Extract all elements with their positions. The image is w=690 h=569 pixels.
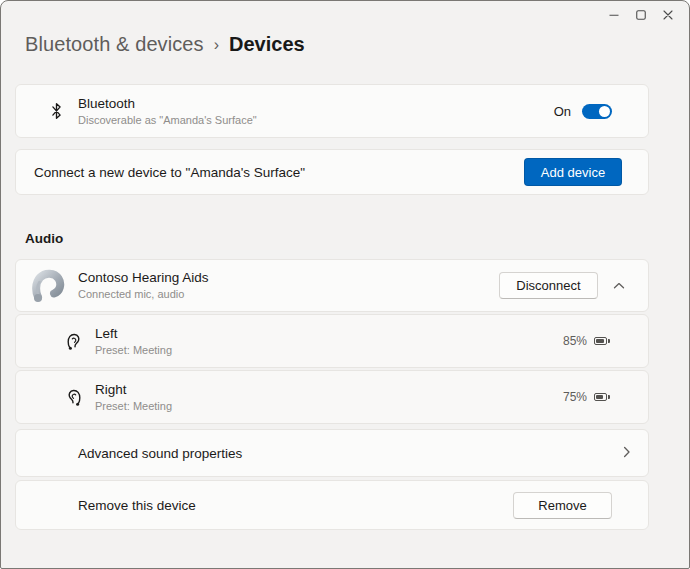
earpiece-name: Left [95, 326, 172, 341]
page-title: Devices [229, 33, 305, 56]
breadcrumb-separator-icon: › [214, 36, 219, 54]
earpiece-preset: Preset: Meeting [95, 400, 172, 413]
earpiece-preset: Preset: Meeting [95, 344, 172, 357]
audio-section-title: Audio [25, 231, 689, 247]
earpiece-name: Right [95, 382, 172, 397]
bluetooth-subtitle: Discoverable as "Amanda's Surface" [78, 114, 257, 127]
bluetooth-toggle-row: Bluetooth Discoverable as "Amanda's Surf… [15, 84, 649, 138]
battery-icon [594, 337, 610, 345]
hearing-aids-device-row: Contoso Hearing Aids Connected mic, audi… [15, 259, 649, 312]
toggle-knob [599, 106, 610, 117]
device-name: Contoso Hearing Aids [78, 270, 209, 285]
battery-percent-label: 85% [563, 334, 587, 348]
maximize-icon [636, 8, 646, 23]
collapse-expander-button[interactable] [605, 273, 633, 299]
device-status: Connected mic, audio [78, 288, 209, 301]
minimize-button[interactable] [600, 6, 627, 24]
disconnect-button[interactable]: Disconnect [499, 272, 598, 299]
earpiece-row-right: Right Preset: Meeting 75% [15, 370, 649, 424]
connect-new-device-row: Connect a new device to "Amanda's Surfac… [15, 149, 649, 195]
bluetooth-toggle-state-label: On [554, 104, 571, 119]
breadcrumb: Bluetooth & devices › Devices [1, 31, 689, 56]
close-icon [663, 8, 673, 23]
remove-device-row: Remove this device Remove [15, 480, 649, 530]
bluetooth-title: Bluetooth [78, 96, 257, 111]
bluetooth-icon [50, 101, 63, 121]
advanced-sound-properties-row[interactable]: Advanced sound properties [15, 429, 649, 477]
battery-status: 75% [563, 390, 610, 404]
battery-icon [594, 393, 610, 401]
battery-status: 85% [563, 334, 610, 348]
settings-window: Bluetooth & devices › Devices Bluetooth … [0, 0, 690, 569]
remove-device-label: Remove this device [78, 498, 196, 513]
maximize-button[interactable] [627, 6, 654, 24]
breadcrumb-parent[interactable]: Bluetooth & devices [25, 33, 204, 56]
titlebar [1, 1, 689, 31]
remove-button[interactable]: Remove [513, 492, 612, 519]
advanced-sound-label: Advanced sound properties [78, 446, 242, 461]
minimize-icon [609, 8, 619, 23]
chevron-right-icon [623, 444, 631, 462]
bluetooth-toggle[interactable] [582, 104, 612, 119]
battery-percent-label: 75% [563, 390, 587, 404]
add-device-button[interactable]: Add device [524, 158, 622, 186]
hearing-aid-device-icon [32, 268, 66, 304]
close-button[interactable] [654, 6, 681, 24]
left-ear-icon [66, 332, 82, 350]
chevron-up-icon [613, 278, 625, 293]
connect-device-label: Connect a new device to "Amanda's Surfac… [34, 165, 305, 180]
earpiece-row-left: Left Preset: Meeting 85% [15, 314, 649, 368]
right-ear-icon [66, 388, 82, 406]
